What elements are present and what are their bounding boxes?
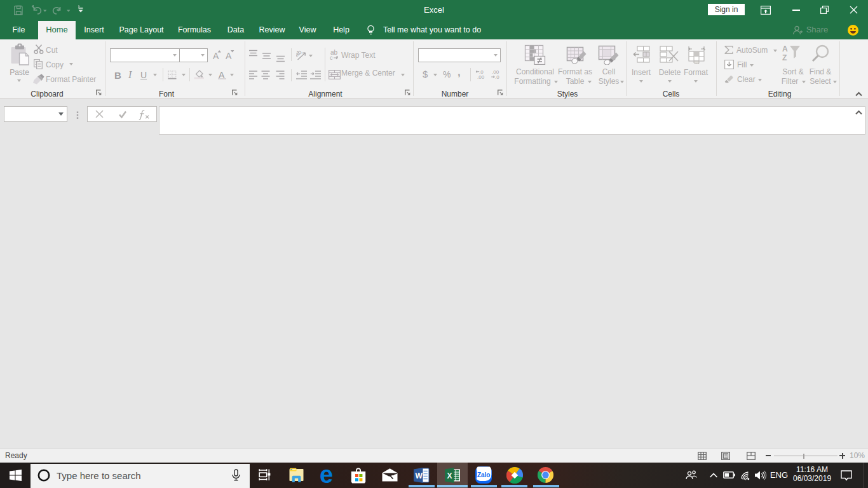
svg-text:Z: Z bbox=[782, 53, 787, 62]
svg-text:.0: .0 bbox=[495, 74, 499, 79]
svg-text:W: W bbox=[416, 471, 423, 480]
svg-text:A: A bbox=[782, 44, 788, 53]
svg-text:X: X bbox=[447, 471, 452, 480]
svg-text:ab: ab bbox=[296, 50, 303, 58]
svg-text:Zalo: Zalo bbox=[477, 471, 491, 478]
svg-text:e: e bbox=[320, 466, 333, 484]
svg-text:.00: .00 bbox=[477, 74, 485, 79]
svg-text:c: c bbox=[330, 55, 333, 60]
svg-text:A: A bbox=[226, 51, 232, 61]
